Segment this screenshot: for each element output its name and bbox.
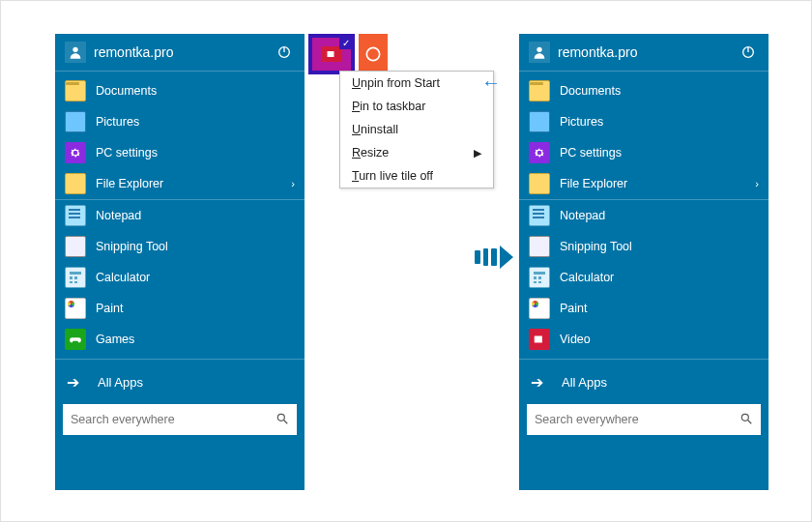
left-item-paint[interactable]: Paint	[55, 293, 304, 324]
search-input[interactable]	[535, 413, 740, 426]
menu-item-label: Snipping Tool	[96, 240, 295, 253]
context-item-uninstall[interactable]: Uninstall	[340, 118, 493, 141]
vid-icon	[529, 329, 550, 350]
left-item-notepad[interactable]: Notepad	[55, 200, 304, 231]
power-button[interactable]	[274, 42, 295, 63]
left-item-games[interactable]: Games	[55, 324, 304, 355]
arrow-right-icon: ➔	[67, 373, 88, 392]
sn-icon	[529, 236, 550, 257]
np-icon	[529, 205, 550, 226]
menu-item-label: Video	[560, 333, 759, 346]
right-item-calculator[interactable]: Calculator	[519, 262, 768, 293]
user-avatar-icon[interactable]	[65, 42, 86, 63]
search-box[interactable]	[63, 404, 297, 435]
transition-arrow-icon	[475, 243, 513, 272]
tile-video-selected[interactable]: ✓	[308, 34, 355, 74]
context-item-label: Pin to taskbar	[352, 100, 481, 113]
folder-icon	[529, 80, 550, 102]
menu-item-label: Documents	[560, 84, 759, 98]
gear-icon	[529, 142, 550, 163]
menu-item-label: Paint	[96, 302, 295, 315]
power-button[interactable]	[738, 42, 759, 63]
folder-icon	[65, 80, 86, 102]
pic-icon	[529, 111, 550, 132]
search-input[interactable]	[71, 413, 276, 426]
all-apps-button[interactable]: ➔ All Apps	[519, 365, 768, 398]
svg-line-4	[284, 420, 288, 423]
submenu-arrow-icon: ▶	[474, 147, 481, 160]
search-box[interactable]	[527, 404, 761, 435]
fe-icon	[65, 173, 86, 194]
chevron-right-icon: ›	[291, 178, 295, 189]
svg-point-0	[72, 47, 77, 52]
left-item-file-explorer[interactable]: File Explorer›	[55, 168, 304, 199]
right-item-documents[interactable]: Documents	[519, 75, 768, 106]
context-item-label: Turn live tile off	[352, 169, 481, 183]
menu-item-label: Calculator	[560, 271, 759, 284]
pic-icon	[65, 111, 86, 132]
user-avatar-icon[interactable]	[529, 42, 550, 63]
svg-line-14	[748, 420, 752, 423]
all-apps-button[interactable]: ➔ All Apps	[55, 365, 304, 398]
menu-item-label: Notepad	[96, 209, 295, 222]
context-item-unpin-from-start[interactable]: Unpin from Start	[340, 72, 493, 95]
left-item-pc-settings[interactable]: PC settings	[55, 137, 304, 168]
menu-item-label: Paint	[560, 302, 759, 315]
context-item-pin-to-taskbar[interactable]: Pin to taskbar	[340, 95, 493, 118]
start-menu-after: remontka.pro DocumentsPicturesPC setting…	[519, 34, 768, 490]
svg-point-7	[366, 47, 379, 60]
all-apps-label: All Apps	[562, 375, 607, 390]
pnt-icon	[529, 298, 550, 319]
left-item-snipping-tool[interactable]: Snipping Tool	[55, 231, 304, 262]
arrow-right-icon: ➔	[531, 373, 552, 392]
search-icon	[276, 412, 289, 428]
right-item-snipping-tool[interactable]: Snipping Tool	[519, 231, 768, 262]
context-item-turn-live-tile-off[interactable]: Turn live tile off	[340, 164, 493, 188]
menu-item-label: Pictures	[560, 115, 759, 129]
right-item-paint[interactable]: Paint	[519, 293, 768, 324]
menu-item-label: Documents	[96, 84, 295, 98]
sn-icon	[65, 236, 86, 257]
svg-point-8	[536, 47, 541, 52]
context-item-label: Resize	[352, 146, 474, 160]
check-icon: ✓	[339, 36, 353, 49]
tile-context-menu: Unpin from StartPin to taskbarUninstallR…	[339, 71, 494, 188]
divider	[519, 359, 768, 360]
menu-item-label: Pictures	[96, 115, 295, 129]
right-item-video[interactable]: Video	[519, 324, 768, 355]
calc-icon	[65, 267, 86, 288]
fe-icon	[529, 173, 550, 194]
context-item-resize[interactable]: Resize▶	[340, 141, 493, 164]
menu-item-label: PC settings	[560, 146, 759, 160]
menu-item-label: Games	[96, 333, 295, 346]
gm-icon	[65, 329, 86, 350]
menu-item-label: File Explorer	[96, 177, 291, 190]
np-icon	[65, 205, 86, 226]
start-header: remontka.pro	[519, 34, 768, 71]
left-item-documents[interactable]: Documents	[55, 75, 304, 106]
calc-icon	[529, 267, 550, 288]
all-apps-label: All Apps	[98, 375, 143, 390]
right-item-file-explorer[interactable]: File Explorer›	[519, 168, 768, 199]
menu-item-label: PC settings	[96, 146, 295, 160]
username-label[interactable]: remontka.pro	[558, 44, 738, 60]
pinned-list-right: DocumentsPicturesPC settingsFile Explore…	[519, 72, 768, 359]
pinned-list-left: DocumentsPicturesPC settingsFile Explore…	[55, 72, 304, 359]
menu-item-label: Notepad	[560, 209, 759, 222]
username-label[interactable]: remontka.pro	[94, 44, 274, 60]
annotation-arrow-icon: ←	[481, 72, 501, 94]
chevron-right-icon: ›	[755, 178, 759, 189]
start-header: remontka.pro	[55, 34, 304, 71]
gear-icon	[65, 142, 86, 163]
right-item-pictures[interactable]: Pictures	[519, 106, 768, 137]
pnt-icon	[65, 298, 86, 319]
svg-point-3	[277, 414, 284, 420]
live-tiles: ✓	[308, 34, 388, 74]
tile-other[interactable]	[359, 34, 388, 74]
divider	[55, 359, 304, 360]
left-item-pictures[interactable]: Pictures	[55, 106, 304, 137]
right-item-notepad[interactable]: Notepad	[519, 200, 768, 231]
right-item-pc-settings[interactable]: PC settings	[519, 137, 768, 168]
start-menu-before: remontka.pro DocumentsPicturesPC setting…	[55, 34, 304, 490]
left-item-calculator[interactable]: Calculator	[55, 262, 304, 293]
